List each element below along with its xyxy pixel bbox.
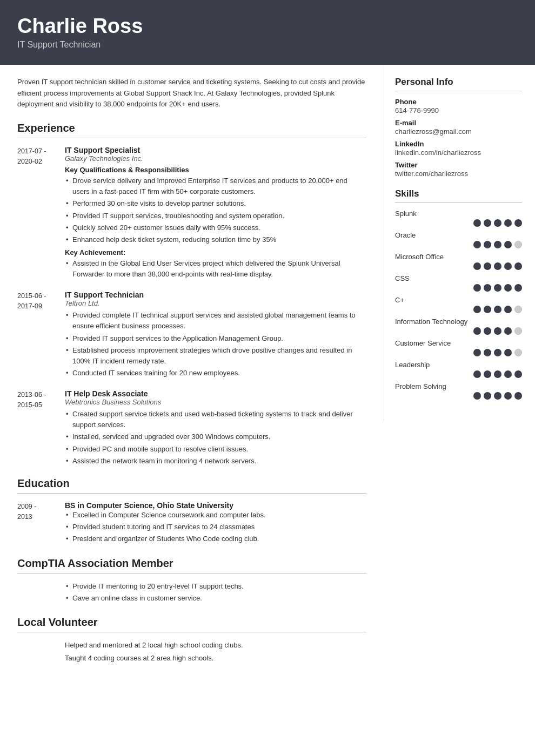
skill-name: Problem Solving: [395, 382, 522, 390]
email-label: E-mail: [395, 119, 522, 127]
volunteer-heading: Local Volunteer: [17, 616, 366, 629]
experience-divider: [17, 138, 366, 138]
entry-dates: 2009 - 2013: [17, 501, 65, 545]
dot-filled: [484, 284, 491, 292]
volunteer-text: Taught 4 coding courses at 2 area high s…: [65, 653, 366, 664]
affiliation-divider: [17, 573, 366, 573]
skill-name: Splunk: [395, 210, 522, 218]
dot-empty: [514, 306, 522, 313]
experience-entries: 2017-07 - 2020-02IT Support SpecialistGa…: [17, 146, 366, 468]
skill-row: Leadership: [395, 361, 522, 378]
phone-value: 614-776-9990: [395, 106, 522, 114]
education-section: Education 2009 - 2013BS in Computer Scie…: [17, 477, 366, 545]
skill-name: C+: [395, 296, 522, 304]
dot-filled: [473, 349, 481, 356]
dot-filled: [514, 219, 522, 227]
skill-dots: [395, 392, 522, 400]
skill-dots: [395, 327, 522, 335]
email-value: charliezross@gmail.com: [395, 127, 522, 136]
experience-entry: 2017-07 - 2020-02IT Support SpecialistGa…: [17, 146, 366, 281]
experience-entry: 2015-06 - 2017-09IT Support TechnicianTe…: [17, 291, 366, 380]
volunteer-text: Helped and mentored at 2 local high scho…: [65, 640, 366, 651]
list-item: Conducted IT services training for 20 ne…: [65, 368, 366, 379]
entry-body: IT Support TechnicianTeltron Ltd.Provide…: [65, 291, 366, 380]
list-item: Quickly solved 20+ customer issues daily…: [65, 222, 366, 233]
dot-filled: [473, 241, 481, 248]
list-item: Created support service tickets and used…: [65, 409, 366, 430]
entry-subheading: Key Achievement:: [65, 248, 366, 256]
skill-dots: [395, 284, 522, 292]
dot-filled: [473, 327, 481, 335]
skill-dots: [395, 241, 522, 248]
skill-dots: [395, 349, 522, 356]
entry-job-title: IT Help Desk Associate: [65, 389, 366, 398]
entry-job-title: IT Support Technician: [65, 291, 366, 299]
list-item: Assisted the network team in monitoring …: [65, 456, 366, 467]
skill-row: C+: [395, 296, 522, 313]
summary-text: Proven IT support technician skilled in …: [17, 77, 366, 110]
dot-filled: [514, 284, 522, 292]
dot-filled: [494, 370, 501, 378]
dot-filled: [504, 219, 512, 227]
dot-filled: [484, 370, 491, 378]
affiliation-bullets: Provide IT mentoring to 20 entry-level I…: [65, 581, 366, 604]
skills-section: Skills SplunkOracleMicrosoft OfficeCSSC+…: [395, 188, 522, 400]
dot-filled: [473, 306, 481, 313]
list-item: Performed 30 on-site visits to develop p…: [65, 198, 366, 209]
dot-filled: [473, 219, 481, 227]
dot-filled: [514, 370, 522, 378]
twitter-value: twitter.com/charliezross: [395, 170, 522, 178]
dot-filled: [504, 241, 512, 248]
dot-filled: [484, 349, 491, 356]
list-item: Installed, serviced and upgraded over 30…: [65, 431, 366, 442]
experience-section: Experience 2017-07 - 2020-02IT Support S…: [17, 122, 366, 468]
list-item: Established process improvement strategi…: [65, 345, 366, 367]
dot-filled: [494, 327, 501, 335]
dot-filled: [504, 262, 512, 270]
dot-filled: [494, 349, 501, 356]
skill-row: Information Technology: [395, 318, 522, 335]
entry-company: Teltron Ltd.: [65, 299, 366, 307]
skill-name: Customer Service: [395, 339, 522, 347]
dot-filled: [494, 306, 501, 313]
linkedin-label: LinkedIn: [395, 140, 522, 148]
content-wrapper: Proven IT support technician skilled in …: [0, 65, 535, 684]
skills-list: SplunkOracleMicrosoft OfficeCSSC+Informa…: [395, 210, 522, 400]
skills-heading: Skills: [395, 188, 522, 199]
list-item: Provided student tutoring and IT service…: [65, 522, 366, 532]
list-item: Provided PC and mobile support to resolv…: [65, 444, 366, 455]
candidate-name: Charlie Ross: [17, 15, 518, 38]
main-column: Proven IT support technician skilled in …: [0, 65, 384, 684]
dot-filled: [473, 392, 481, 400]
education-entries: 2009 - 2013BS in Computer Science, Ohio …: [17, 501, 366, 545]
entry-dates: 2015-06 - 2017-09: [17, 291, 65, 380]
list-item: Provided IT support services, troublesho…: [65, 211, 366, 221]
personal-info-heading: Personal Info: [395, 77, 522, 87]
dot-empty: [514, 327, 522, 335]
dot-filled: [494, 284, 501, 292]
dot-filled: [473, 284, 481, 292]
dot-filled: [504, 327, 512, 335]
dot-empty: [514, 349, 522, 356]
list-item: Provide IT mentoring to 20 entry-level I…: [65, 581, 366, 592]
dot-filled: [494, 241, 501, 248]
header: Charlie Ross IT Support Technician: [0, 0, 535, 65]
phone-label: Phone: [395, 98, 522, 106]
dot-filled: [504, 284, 512, 292]
dot-filled: [484, 262, 491, 270]
twitter-label: Twitter: [395, 161, 522, 169]
entry-dates: 2013-06 - 2015-05: [17, 389, 65, 468]
skill-name: CSS: [395, 274, 522, 282]
affiliation-body: Provide IT mentoring to 20 entry-level I…: [65, 581, 366, 604]
dot-filled: [494, 392, 501, 400]
skill-row: Oracle: [395, 231, 522, 248]
edu-bullet-list: Excelled in Computer Science coursework …: [65, 510, 366, 544]
dot-filled: [484, 219, 491, 227]
dot-filled: [484, 306, 491, 313]
sidebar-column: Personal Info Phone 614-776-9990 E-mail …: [384, 65, 535, 421]
volunteer-body: Helped and mentored at 2 local high scho…: [65, 640, 366, 665]
skill-dots: [395, 306, 522, 313]
entry-bullet-list: Created support service tickets and used…: [65, 409, 366, 467]
candidate-title: IT Support Technician: [17, 40, 518, 50]
linkedin-value: linkedin.com/in/charliezross: [395, 148, 522, 157]
